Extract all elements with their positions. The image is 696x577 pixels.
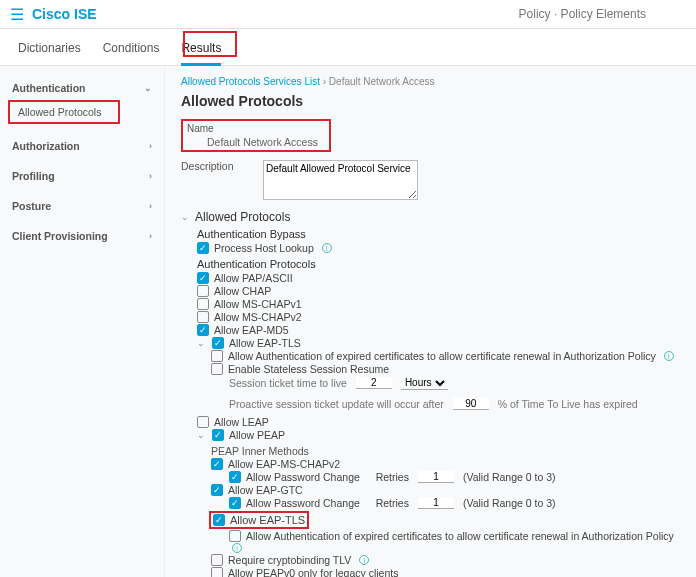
retries-input-2[interactable]	[418, 497, 454, 509]
checkbox-eap-mschapv2[interactable]: ✓	[211, 458, 223, 470]
highlight-allowed-protocols: Allowed Protocols	[8, 100, 120, 124]
checkbox-cryptobind[interactable]	[211, 554, 223, 566]
sidebar-item-allowed-protocols[interactable]: Allowed Protocols	[10, 102, 118, 122]
top-bar: ☰ Cisco ISE Policy · Policy Elements	[0, 0, 696, 28]
chevron-down-icon[interactable]: ⌄	[197, 338, 207, 348]
section-title: Allowed Protocols	[195, 210, 290, 224]
sidebar-item-authentication[interactable]: Authentication ⌄	[0, 76, 164, 100]
chevron-right-icon: ›	[149, 141, 152, 151]
menu-icon[interactable]: ☰	[10, 5, 24, 24]
description-label: Description	[181, 160, 251, 172]
checkbox-process-host-lookup[interactable]: ✓	[197, 242, 209, 254]
main-content: Allowed Protocols Services List › Defaul…	[165, 66, 696, 577]
checkbox-stateless[interactable]	[211, 363, 223, 375]
checkbox-eaptls-expired[interactable]	[211, 350, 223, 362]
peap-inner-header: PEAP Inner Methods	[211, 445, 309, 457]
session-ttl-input[interactable]	[356, 377, 392, 389]
tab-conditions[interactable]: Conditions	[103, 37, 160, 65]
checkbox-peap-eaptls-expired[interactable]	[229, 530, 241, 542]
checkbox-eapgtc[interactable]: ✓	[211, 484, 223, 496]
checkbox-peap[interactable]: ✓	[212, 429, 224, 441]
checkbox-mschap1[interactable]	[197, 298, 209, 310]
checkbox-pwchange-2[interactable]: ✓	[229, 497, 241, 509]
highlight-name-field: Name Default Network Access	[181, 119, 331, 152]
checkbox-peap-eaptls[interactable]: ✓	[213, 514, 225, 526]
brand-label: Cisco ISE	[32, 6, 97, 22]
protocols-header: Authentication Protocols	[197, 258, 684, 270]
breadcrumb: Allowed Protocols Services List › Defaul…	[181, 76, 684, 87]
tab-dictionaries[interactable]: Dictionaries	[18, 37, 81, 65]
checkbox-pwchange-1[interactable]: ✓	[229, 471, 241, 483]
breadcrumb-root[interactable]: Allowed Protocols Services List	[181, 76, 320, 87]
retries-input-1[interactable]	[418, 471, 454, 483]
checkbox-eapmd5[interactable]: ✓	[197, 324, 209, 336]
name-value[interactable]: Default Network Access	[187, 136, 325, 148]
tab-results[interactable]: Results	[181, 37, 221, 65]
sidebar-item-posture[interactable]: Posture ›	[0, 194, 164, 218]
checkbox-chap[interactable]	[197, 285, 209, 297]
help-icon[interactable]: i	[322, 243, 332, 253]
sidebar-item-profiling[interactable]: Profiling ›	[0, 164, 164, 188]
checkbox-pap[interactable]: ✓	[197, 272, 209, 284]
chevron-right-icon: ›	[149, 231, 152, 241]
checkbox-leap[interactable]	[197, 416, 209, 428]
help-icon[interactable]: i	[232, 543, 242, 553]
session-ttl-unit[interactable]: Hours	[401, 376, 448, 390]
proactive-percent-input[interactable]	[453, 398, 489, 410]
description-textarea[interactable]: Default Allowed Protocol Service	[263, 160, 418, 200]
breadcrumb-current: Default Network Access	[329, 76, 435, 87]
chevron-right-icon: ›	[149, 171, 152, 181]
chevron-down-icon[interactable]: ⌄	[181, 212, 191, 222]
sidebar-item-authorization[interactable]: Authorization ›	[0, 134, 164, 158]
help-icon[interactable]: i	[664, 351, 674, 361]
chevron-down-icon: ⌄	[144, 83, 152, 93]
name-label: Name	[187, 123, 257, 134]
bypass-header: Authentication Bypass	[197, 228, 684, 240]
help-icon[interactable]: i	[359, 555, 369, 565]
tabs: Dictionaries Conditions Results	[0, 29, 696, 66]
sidebar: Authentication ⌄ Allowed Protocols Autho…	[0, 66, 165, 577]
highlight-eap-tls: ✓ Allow EAP-TLS	[209, 511, 309, 529]
chevron-down-icon[interactable]: ⌄	[197, 430, 207, 440]
sidebar-item-client-provisioning[interactable]: Client Provisioning ›	[0, 224, 164, 248]
breadcrumb-top: Policy · Policy Elements	[519, 7, 686, 21]
page-title: Allowed Protocols	[181, 93, 684, 109]
checkbox-mschap2[interactable]	[197, 311, 209, 323]
checkbox-eaptls[interactable]: ✓	[212, 337, 224, 349]
checkbox-peapv0[interactable]	[211, 567, 223, 577]
chevron-right-icon: ›	[149, 201, 152, 211]
